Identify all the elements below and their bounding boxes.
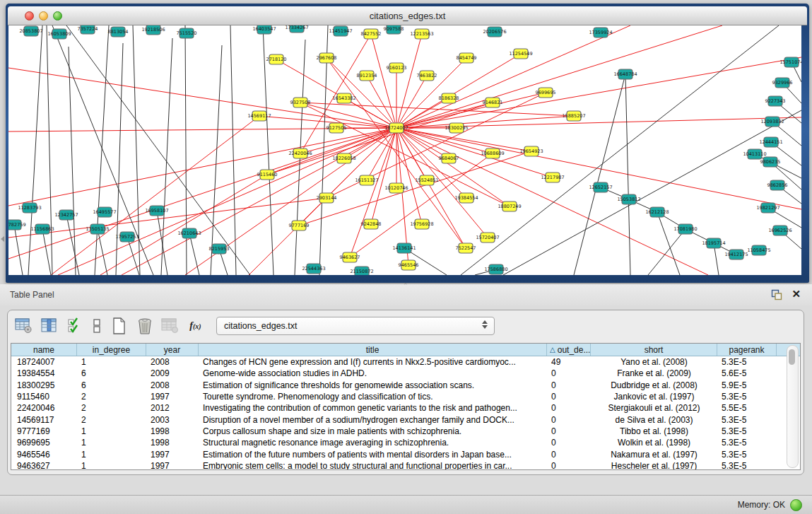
table-toolbar: f(x) citations_edges.txt	[8, 310, 804, 341]
graph-node-label: 9684067	[439, 156, 459, 161]
graph-node-label: 7357224	[78, 26, 98, 32]
network-view-window: citations_edges.txt 18724007183002959684…	[6, 4, 809, 283]
table-row[interactable]: 2242004622012Investigating the contribut…	[11, 402, 800, 414]
graph-node-label: 16495577	[93, 209, 116, 215]
table-cell: 19384554	[11, 368, 77, 378]
graph-edge	[66, 215, 79, 275]
graph-node-label: 15751074	[779, 59, 801, 65]
column-header-in-degree[interactable]: in_degree	[77, 344, 146, 356]
table-cell: 1	[77, 461, 146, 470]
graph-node-label: 19756928	[410, 221, 433, 227]
graph-node-label: 18226058	[332, 156, 355, 161]
table-row[interactable]: 1830029562008Estimation of significance …	[11, 380, 800, 391]
column-header-year[interactable]: year	[146, 344, 199, 356]
graph-node-label: 2967608	[317, 55, 337, 61]
new-table-button[interactable]	[110, 317, 129, 336]
graph-node-label: 13505135	[86, 226, 109, 232]
table-cell: 9465546	[11, 450, 77, 460]
table-cell: 2008	[146, 380, 199, 390]
table-settings-button[interactable]	[14, 317, 33, 336]
table-cell: 2	[77, 403, 146, 413]
graph-node-label: 9329966	[772, 80, 793, 86]
table-cell: Tourette syndrome. Phenomenology and cla…	[199, 392, 547, 402]
graph-node-label: 16958107	[145, 208, 168, 214]
table-cell: Changes of HCN gene expression and I(f) …	[199, 357, 547, 367]
table-cell: 2003	[146, 415, 199, 425]
close-window-button[interactable]	[25, 11, 34, 21]
graph-node-label: 12213563	[410, 31, 433, 37]
table-cell: Embryonic stem cells: a model to study s…	[199, 461, 547, 470]
table-cell: 2008	[146, 357, 199, 367]
table-row[interactable]: 911546021997Tourette syndrome. Phenomeno…	[11, 391, 800, 402]
graph-edge	[95, 25, 109, 275]
graph-node-label: 16648784	[613, 71, 637, 77]
show-columns-button[interactable]	[40, 317, 59, 336]
column-header-pagerank[interactable]: pagerank	[717, 344, 777, 356]
splitter-grip-icon[interactable]: ⌃	[403, 282, 408, 289]
graph-node-label: 14136141	[392, 245, 416, 251]
column-header-title[interactable]: title	[199, 344, 547, 356]
graph-node-label: 19384554	[454, 195, 478, 201]
graph-node-label: 16210643	[177, 230, 201, 236]
citation-network-graph[interactable]: 1872400718300295968406715524851101207461…	[8, 25, 801, 275]
graph-node-label: 19821297	[756, 205, 779, 211]
table-cell: 2009	[146, 368, 199, 378]
graph-node-label: 11283793	[18, 205, 41, 211]
graph-edge	[396, 128, 422, 224]
column-header-name[interactable]: name	[11, 344, 77, 356]
graph-edge	[276, 59, 396, 128]
function-builder-button[interactable]: f(x)	[186, 317, 205, 336]
graph-node-label: 9699695	[536, 90, 556, 95]
table-row[interactable]: 1938455462009Genome-wide association stu…	[11, 368, 800, 379]
graph-edge	[66, 25, 250, 275]
graph-node-label: 16403547	[252, 26, 276, 32]
close-panel-icon[interactable]: ✕	[792, 288, 801, 300]
graph-node-label: 15720407	[476, 235, 499, 240]
import-table-button[interactable]	[160, 317, 180, 336]
table-cell: 1997	[146, 392, 199, 402]
memory-status-label: Memory: OK	[738, 500, 785, 510]
table-row[interactable]: 977716911998Corpus callosum shape and si…	[11, 426, 800, 437]
sort-ascending-icon: △	[550, 346, 555, 354]
table-row[interactable]: 946362711997Embryonic stem cells: a mode…	[11, 460, 800, 470]
graph-edge	[371, 128, 396, 224]
graph-node-label: 22420046	[288, 151, 312, 156]
graph-node-label: 2903144	[317, 195, 337, 201]
network-table-select[interactable]: citations_edges.txt	[216, 317, 495, 335]
graph-node-label: 19654923	[519, 148, 543, 154]
network-window-titlebar[interactable]: citations_edges.txt	[8, 6, 807, 25]
table-cell: 5.3E-5	[717, 461, 777, 470]
table-vertical-scrollbar[interactable]	[787, 345, 799, 468]
network-canvas[interactable]: 1872400718300295968406715524851101207461…	[8, 25, 801, 275]
table-row[interactable]: 1872400712008Changes of HCN gene express…	[11, 356, 800, 368]
node-table: name in_degree year title △out_de... sho…	[11, 343, 801, 470]
minimize-window-button[interactable]	[39, 11, 48, 21]
memory-ok-indicator-icon[interactable]	[790, 499, 802, 511]
table-cell: 9463627	[11, 461, 77, 470]
row-height-button[interactable]	[90, 317, 103, 336]
table-cell: 1998	[146, 438, 199, 448]
column-header-out-degree[interactable]: △out_de...	[547, 344, 591, 356]
column-header-short[interactable]: short	[591, 344, 717, 356]
table-cell: 0	[547, 450, 591, 460]
graph-edge	[47, 25, 52, 275]
graph-node-label: 7515520	[177, 30, 197, 36]
zoom-window-button[interactable]	[53, 11, 62, 21]
select-columns-button[interactable]	[65, 317, 84, 336]
graph-node-label: 19412175	[724, 252, 748, 257]
panel-collapse-handle[interactable]	[1, 236, 4, 242]
scrollbar-thumb[interactable]	[789, 349, 795, 365]
table-cell: 14569117	[11, 415, 77, 425]
delete-table-button[interactable]	[135, 317, 154, 336]
table-row[interactable]: 969969511998Structural magnetic resonanc…	[11, 437, 800, 448]
graph-node-label: 12342757	[54, 212, 78, 218]
table-row[interactable]: 946554611997Estimation of the future num…	[11, 448, 800, 460]
graph-edge	[396, 57, 801, 128]
table-panel-body: f(x) citations_edges.txt name in_degree …	[7, 310, 804, 475]
window-title: citations_edges.txt	[8, 11, 807, 21]
table-row[interactable]: 1456911722003Disruption of a novel membe…	[11, 414, 800, 425]
table-cell: Estimation of the future numbers of pati…	[199, 450, 547, 460]
float-panel-icon[interactable]	[771, 289, 782, 300]
table-cell: 5.5E-5	[717, 403, 777, 413]
graph-node-label: 21150872	[350, 269, 373, 274]
